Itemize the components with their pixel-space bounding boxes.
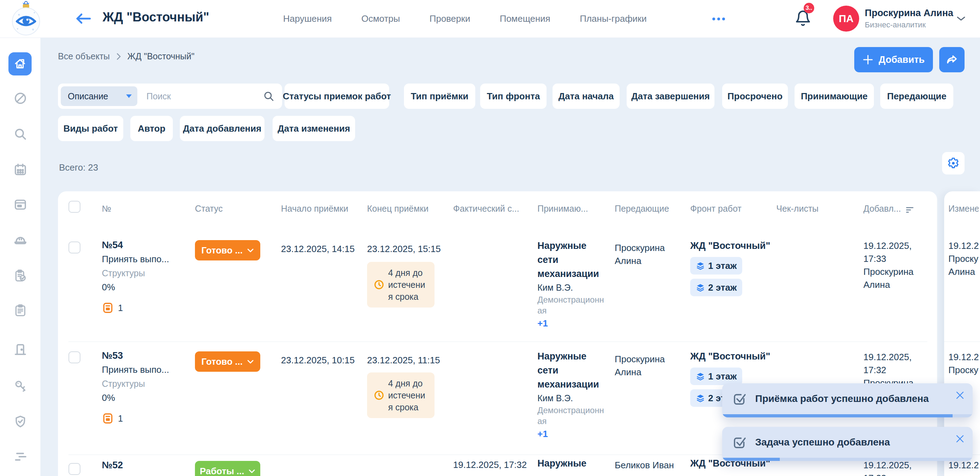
back-arrow-icon[interactable] bbox=[75, 11, 92, 27]
cell-receiving: Наружные сети механизации Ким В.Э. Демон… bbox=[538, 349, 604, 440]
search-field-selector-label: Описание bbox=[68, 91, 108, 102]
row-number: №52 bbox=[102, 458, 123, 472]
document-icon bbox=[102, 302, 114, 314]
table-settings-button[interactable] bbox=[942, 152, 964, 175]
column-header-front[interactable]: Фронт работ bbox=[690, 204, 741, 214]
sidebar-item-violations[interactable] bbox=[13, 91, 28, 106]
layers-icon bbox=[696, 393, 705, 403]
cell-number: №53 Принять выпо... Структуры 0% 1 bbox=[102, 349, 185, 424]
row-checkbox[interactable] bbox=[68, 463, 80, 475]
cell-transferring: Проскурина Алина bbox=[615, 353, 667, 379]
nav-item-rooms[interactable]: Помещения bbox=[500, 13, 550, 24]
select-all-checkbox[interactable] bbox=[68, 201, 80, 213]
card-icon bbox=[13, 198, 27, 212]
sidebar-item-tasks[interactable] bbox=[13, 303, 28, 318]
sort-descending-icon[interactable] bbox=[905, 206, 914, 215]
row-work-type: Структуры bbox=[102, 266, 185, 280]
cell-end-date: 23.12.2025, 15:15 bbox=[367, 244, 441, 254]
filter-chip-overdue[interactable]: Просрочено bbox=[722, 84, 788, 109]
helmet-icon bbox=[13, 233, 27, 247]
calendar-icon bbox=[13, 162, 27, 176]
page-title: ЖД "Восточный" bbox=[103, 10, 209, 25]
column-header-start[interactable]: Начало приёмки bbox=[281, 204, 348, 214]
sidebar-item-rooms[interactable] bbox=[13, 342, 28, 357]
close-icon[interactable] bbox=[955, 434, 965, 445]
search-field-selector[interactable]: Описание bbox=[61, 86, 137, 106]
user-avatar[interactable]: ПА bbox=[833, 6, 859, 32]
sidebar-item-calendar[interactable] bbox=[13, 162, 28, 177]
status-dropdown-button[interactable]: Готово ... bbox=[195, 240, 260, 260]
filter-chip-start-date[interactable]: Дата начала bbox=[552, 84, 620, 109]
filter-chip-end-date[interactable]: Дата завершения bbox=[627, 84, 714, 109]
share-button[interactable] bbox=[939, 47, 964, 72]
caret-down-icon bbox=[126, 94, 132, 98]
docs-count: 1 bbox=[102, 302, 185, 314]
toast-acceptance-added: Приёмка работ успешно добавлена bbox=[722, 383, 973, 417]
status-label: Готово ... bbox=[201, 245, 242, 256]
column-header-end[interactable]: Конец приёмки bbox=[367, 204, 428, 214]
filter-chip-transferring[interactable]: Передающие bbox=[880, 84, 953, 109]
column-header-num[interactable]: № bbox=[102, 204, 111, 214]
toast-progress-fill bbox=[722, 458, 780, 461]
nav-item-inspections[interactable]: Осмотры bbox=[361, 13, 400, 24]
user-menu-chevron-down-icon[interactable] bbox=[956, 16, 966, 23]
deadline-warning: 4 дня до истечения срока bbox=[367, 373, 434, 418]
column-header-receiving[interactable]: Принимаю... bbox=[538, 204, 588, 214]
sidebar-item-plans[interactable] bbox=[13, 449, 28, 464]
sidebar-item-keys[interactable] bbox=[13, 378, 28, 393]
shield-check-icon bbox=[13, 414, 27, 428]
task-check-icon bbox=[731, 391, 748, 409]
sidebar-item-cards[interactable] bbox=[13, 197, 28, 212]
nav-item-violations[interactable]: Нарушения bbox=[283, 13, 332, 24]
toast-progress-track bbox=[722, 458, 973, 461]
filter-chip-author[interactable]: Автор bbox=[130, 116, 173, 141]
layers-icon bbox=[696, 261, 705, 270]
app-screen: ЖД "Восточный" Нарушения Осмотры Проверк… bbox=[0, 0, 980, 476]
table-row[interactable]: №54 Принять выпо... Структуры 0% 1 Готов… bbox=[58, 228, 937, 341]
search-icon[interactable] bbox=[263, 90, 274, 102]
sidebar-item-home[interactable] bbox=[8, 52, 32, 76]
more-link[interactable]: +1 bbox=[538, 428, 604, 440]
nav-item-checks[interactable]: Проверки bbox=[430, 13, 470, 24]
filter-chip-modified-date[interactable]: Дата изменения bbox=[272, 116, 355, 141]
clock-icon bbox=[373, 279, 385, 290]
user-role: Бизнес-аналитик bbox=[865, 21, 926, 30]
add-button[interactable]: Добавить bbox=[854, 47, 933, 72]
filter-chip-added-date[interactable]: Дата добавления bbox=[180, 116, 264, 141]
sidebar-item-construction[interactable] bbox=[13, 233, 28, 248]
nav-item-schedules[interactable]: Планы-графики bbox=[580, 13, 647, 24]
sidebar-item-search[interactable] bbox=[13, 127, 28, 141]
column-header-actual[interactable]: Фактический с... bbox=[453, 204, 519, 214]
more-link[interactable]: +1 bbox=[538, 318, 604, 329]
column-header-transferring[interactable]: Передающие bbox=[615, 204, 669, 214]
share-forward-icon bbox=[946, 53, 958, 66]
filter-chip-acceptance-statuses[interactable]: Статусы приемок работ bbox=[285, 84, 389, 109]
cell-transferring: Беликов Иван bbox=[615, 459, 678, 472]
column-header-modified[interactable]: Изменено bbox=[948, 204, 978, 214]
row-work-type: Структуры bbox=[102, 377, 185, 391]
filter-chip-work-types[interactable]: Виды работ bbox=[58, 116, 123, 141]
cell-start-date: 23.12.2025, 10:15 bbox=[281, 355, 355, 366]
filter-chip-front-type[interactable]: Тип фронта bbox=[480, 84, 547, 109]
search-input[interactable] bbox=[146, 91, 245, 102]
row-number: №54 bbox=[102, 238, 185, 252]
sidebar-item-warranty[interactable] bbox=[13, 414, 28, 429]
row-checkbox[interactable] bbox=[68, 241, 80, 254]
close-icon[interactable] bbox=[955, 390, 965, 401]
row-checkbox[interactable] bbox=[68, 351, 80, 363]
column-header-added[interactable]: Добавл... bbox=[863, 204, 901, 214]
app-logo-eye-ornament-icon[interactable] bbox=[10, 1, 42, 38]
status-label: Работы ... bbox=[200, 466, 245, 476]
status-dropdown-button[interactable]: Работы ... bbox=[195, 461, 260, 476]
status-dropdown-button[interactable]: Готово ... bbox=[195, 351, 260, 372]
filter-chip-receiving[interactable]: Принимающие bbox=[794, 84, 874, 109]
nav-more-icon[interactable] bbox=[712, 17, 725, 21]
user-name: Проскурина Алина bbox=[865, 8, 953, 19]
floor-badge: 1 этаж bbox=[690, 257, 742, 274]
column-header-checklists[interactable]: Чек-листы bbox=[776, 204, 818, 214]
sidebar-item-acceptance[interactable] bbox=[13, 268, 28, 283]
breadcrumb-root[interactable]: Все объекты bbox=[58, 51, 110, 62]
cell-receiving: Наружные bbox=[538, 458, 587, 469]
column-header-status[interactable]: Статус bbox=[195, 204, 223, 214]
filter-chip-acceptance-type[interactable]: Тип приёмки bbox=[404, 84, 475, 109]
